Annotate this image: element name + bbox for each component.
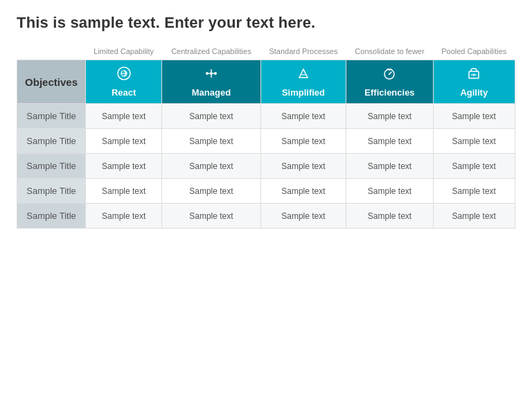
table-body: Sample TitleSample textSample textSample… <box>17 104 515 229</box>
cell-col2: Sample text <box>162 129 260 154</box>
page-title: This is sample text. Enter your text her… <box>17 14 515 32</box>
cell-col5: Sample text <box>433 104 515 129</box>
agility-icon <box>438 66 511 85</box>
cell-col5: Sample text <box>433 204 515 229</box>
header-managed: Managed <box>162 60 260 104</box>
cell-col5: Sample text <box>433 154 515 179</box>
main-header-row: Objectives React <box>17 60 515 104</box>
managed-label: Managed <box>192 87 231 98</box>
cell-col4: Sample text <box>346 204 433 229</box>
sub-header-col5: Pooled Capabilities <box>433 44 515 60</box>
cell-col1: Sample text <box>86 129 162 154</box>
cell-col5: Sample text <box>433 179 515 204</box>
cell-col1: Sample text <box>86 179 162 204</box>
simplified-label: Simplified <box>282 87 325 98</box>
table-row: Sample TitleSample textSample textSample… <box>17 179 515 204</box>
cell-col3: Sample text <box>260 129 346 154</box>
cell-col4: Sample text <box>346 154 433 179</box>
cell-col2: Sample text <box>162 154 260 179</box>
cell-col5: Sample text <box>433 129 515 154</box>
simplified-icon <box>265 66 342 85</box>
row-title: Sample Title <box>17 129 86 154</box>
cell-col2: Sample text <box>162 179 260 204</box>
sub-header-col1: Limited Capability <box>86 44 162 60</box>
svg-point-1 <box>210 72 213 75</box>
header-efficiencies: Efficiencies <box>346 60 433 104</box>
cell-col3: Sample text <box>260 104 346 129</box>
cell-col2: Sample text <box>162 104 260 129</box>
managed-icon <box>166 66 256 85</box>
row-title: Sample Title <box>17 204 86 229</box>
efficiencies-icon <box>351 66 428 85</box>
cell-col1: Sample text <box>86 204 162 229</box>
cell-col4: Sample text <box>346 104 433 129</box>
cell-col4: Sample text <box>346 179 433 204</box>
cell-col4: Sample text <box>346 129 433 154</box>
cell-col2: Sample text <box>162 204 260 229</box>
main-table: Limited Capability Centralized Capabilit… <box>17 44 515 229</box>
react-label: React <box>112 87 136 98</box>
objectives-header: Objectives <box>17 60 86 104</box>
sub-header-col4: Consolidate to fewer <box>346 44 433 60</box>
row-title: Sample Title <box>17 154 86 179</box>
header-agility: Agility <box>433 60 515 104</box>
svg-point-3 <box>214 72 217 75</box>
react-icon <box>90 66 157 85</box>
svg-point-9 <box>389 73 390 75</box>
table-row: Sample TitleSample textSample textSample… <box>17 104 515 129</box>
sub-header-row: Limited Capability Centralized Capabilit… <box>17 44 515 60</box>
header-simplified: Simplified <box>260 60 346 104</box>
cell-col3: Sample text <box>260 179 346 204</box>
sub-header-objectives <box>17 44 86 60</box>
table-row: Sample TitleSample textSample textSample… <box>17 129 515 154</box>
table-row: Sample TitleSample textSample textSample… <box>17 154 515 179</box>
row-title: Sample Title <box>17 179 86 204</box>
cell-col3: Sample text <box>260 154 346 179</box>
row-title: Sample Title <box>17 104 86 129</box>
cell-col3: Sample text <box>260 204 346 229</box>
cell-col1: Sample text <box>86 154 162 179</box>
sub-header-col3: Standard Processes <box>260 44 346 60</box>
cell-col1: Sample text <box>86 104 162 129</box>
efficiencies-label: Efficiencies <box>364 87 414 98</box>
header-react: React <box>86 60 162 104</box>
table-row: Sample TitleSample textSample textSample… <box>17 204 515 229</box>
sub-header-col2: Centralized Capabilities <box>162 44 260 60</box>
svg-point-2 <box>206 72 209 75</box>
agility-label: Agility <box>460 87 488 98</box>
